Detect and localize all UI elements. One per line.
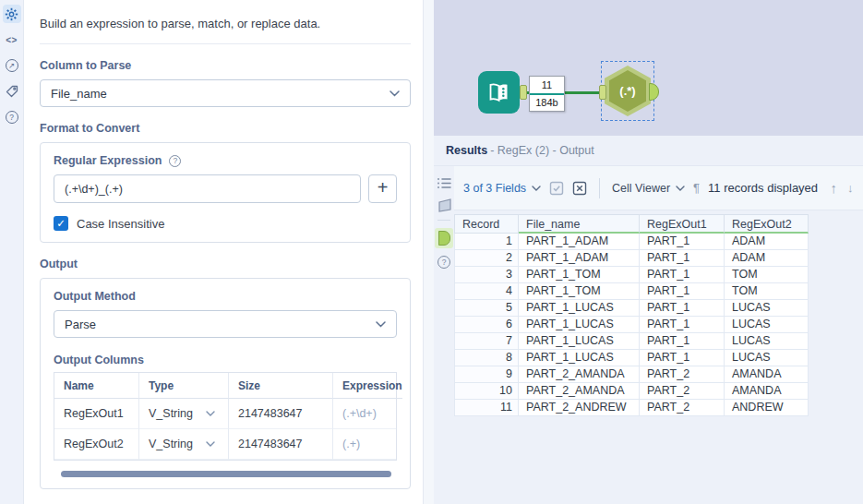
table-row[interactable]: 9 PART_2_AMANDA PART_2 AMANDA (454, 366, 809, 383)
regexout2-cell[interactable]: ADAM (725, 250, 809, 267)
results-title: Results - RegEx (2) - Output (434, 136, 863, 166)
regexout2-cell[interactable]: AMANDA (725, 383, 809, 400)
panel-splitter[interactable] (423, 0, 434, 504)
output-column-size[interactable]: 2147483647 (229, 429, 333, 460)
output-column-type-select[interactable]: V_String (139, 429, 229, 460)
regexout1-cell[interactable]: PART_1 (640, 333, 725, 350)
regex-tool-input-anchor[interactable] (599, 85, 606, 100)
regexout2-cell[interactable]: TOM (725, 283, 809, 300)
fields-dropdown[interactable]: 3 of 3 Fields (463, 182, 541, 195)
output-column-expression[interactable]: (.+) (333, 429, 396, 460)
file-name-cell[interactable]: PART_1_LUCAS (519, 350, 640, 366)
file-name-cell[interactable]: PART_1_ADAM (519, 234, 640, 250)
file-name-cell[interactable]: PART_1_LUCAS (519, 317, 640, 333)
cell-viewer-dropdown[interactable]: Cell Viewer (612, 182, 685, 195)
input-anchor-icon[interactable] (437, 198, 452, 212)
regexout2-cell[interactable]: ADAM (725, 234, 809, 250)
horizontal-scrollbar[interactable] (61, 471, 391, 477)
column-to-parse-select[interactable]: File_name (40, 79, 411, 107)
regexout2-cell[interactable]: LUCAS (725, 317, 809, 333)
regexout1-cell[interactable]: PART_2 (640, 366, 725, 383)
column-header-record[interactable]: Record (454, 214, 519, 234)
table-row[interactable]: 6 PART_1_LUCAS PART_1 LUCAS (454, 317, 809, 333)
record-cell[interactable]: 10 (454, 383, 519, 400)
file-name-cell[interactable]: PART_1_LUCAS (519, 333, 640, 350)
record-cell[interactable]: 6 (454, 317, 519, 333)
regexout2-cell[interactable]: ANDREW (725, 400, 809, 416)
output-anchor-icon[interactable] (435, 228, 453, 248)
scroll-up-icon[interactable]: ↑ (831, 180, 840, 196)
output-method-select[interactable]: Parse (54, 310, 397, 338)
column-header-regexout2[interactable]: RegExOut2 (725, 214, 809, 234)
file-name-cell[interactable]: PART_2_ANDREW (519, 400, 640, 416)
input-tool-output-anchor[interactable] (520, 85, 527, 100)
output-column-size[interactable]: 2147483647 (229, 399, 333, 429)
select-fields-icon[interactable] (549, 181, 564, 196)
file-name-cell[interactable]: PART_1_LUCAS (519, 300, 640, 317)
regexout1-cell[interactable]: PART_1 (640, 317, 725, 333)
run-circle-icon[interactable]: ↗ (3, 56, 21, 75)
regexout2-cell[interactable]: LUCAS (725, 333, 809, 350)
regex-tool-output-anchor[interactable] (649, 83, 659, 101)
scroll-down-icon[interactable]: ↓ (847, 181, 854, 195)
case-insensitive-checkbox[interactable]: ✓ (54, 216, 68, 231)
tag-icon[interactable] (3, 82, 21, 101)
table-row[interactable]: 2 PART_1_ADAM PART_1 ADAM (454, 250, 809, 267)
metadata-list-icon[interactable] (437, 176, 452, 190)
regexout1-cell[interactable]: PART_1 (640, 234, 725, 250)
regexout1-cell[interactable]: PART_1 (640, 283, 725, 300)
record-cell[interactable]: 2 (454, 250, 519, 267)
column-header-file-name[interactable]: File_name (519, 214, 640, 234)
record-cell[interactable]: 3 (454, 267, 519, 283)
regex-input[interactable]: (.+\d+)_(.+) (54, 174, 361, 203)
table-row[interactable]: 5 PART_1_LUCAS PART_1 LUCAS (454, 300, 809, 317)
record-cell[interactable]: 8 (454, 350, 519, 366)
file-name-cell[interactable]: PART_2_AMANDA (519, 366, 640, 383)
file-name-cell[interactable]: PART_1_TOM (519, 267, 640, 283)
regexout2-cell[interactable]: AMANDA (725, 366, 809, 383)
deselect-fields-icon[interactable] (572, 181, 587, 196)
record-cell[interactable]: 4 (454, 283, 519, 300)
file-name-cell[interactable]: PART_1_TOM (519, 283, 640, 300)
table-row[interactable]: 1 PART_1_ADAM PART_1 ADAM (454, 234, 809, 250)
table-row[interactable]: 10 PART_2_AMANDA PART_2 AMANDA (454, 383, 809, 400)
code-icon[interactable]: <> (3, 30, 21, 49)
regexout1-cell[interactable]: PART_1 (640, 250, 725, 267)
table-row[interactable]: 4 PART_1_TOM PART_1 TOM (454, 283, 809, 300)
whitespace-toggle-icon[interactable]: ¶ (693, 181, 700, 195)
help-icon[interactable]: ? (3, 108, 21, 126)
add-expression-button[interactable]: + (368, 174, 397, 203)
output-column-name[interactable]: RegExOut2 (54, 429, 139, 460)
regex-help-icon[interactable]: ? (169, 155, 181, 167)
output-column-name[interactable]: RegExOut1 (54, 399, 139, 429)
table-row[interactable]: 11 PART_2_ANDREW PART_2 ANDREW (454, 400, 809, 416)
records-displayed: 11 records displayed (708, 181, 818, 195)
regexout2-cell[interactable]: LUCAS (725, 350, 809, 366)
workflow-canvas[interactable]: 11 184b (.*) (434, 0, 863, 136)
record-cell[interactable]: 11 (454, 400, 519, 416)
output-column-expression[interactable]: (.+\d+) (333, 399, 396, 429)
regexout1-cell[interactable]: PART_1 (640, 350, 725, 366)
connection-annotation[interactable]: 11 184b (529, 76, 565, 112)
table-row[interactable]: 8 PART_1_LUCAS PART_1 LUCAS (454, 350, 809, 366)
table-row[interactable]: 7 PART_1_LUCAS PART_1 LUCAS (454, 333, 809, 350)
record-cell[interactable]: 9 (454, 366, 519, 383)
record-cell[interactable]: 1 (454, 234, 519, 250)
regexout2-cell[interactable]: TOM (725, 267, 809, 283)
record-cell[interactable]: 5 (454, 300, 519, 317)
table-row[interactable]: 3 PART_1_TOM PART_1 TOM (454, 267, 809, 283)
gear-icon[interactable] (3, 5, 21, 23)
results-grid-body: 1 PART_1_ADAM PART_1 ADAM 2 PART_1_ADAM … (454, 234, 809, 416)
file-name-cell[interactable]: PART_2_AMANDA (519, 383, 640, 400)
record-cell[interactable]: 7 (454, 333, 519, 350)
regexout1-cell[interactable]: PART_1 (640, 267, 725, 283)
regexout1-cell[interactable]: PART_2 (640, 400, 725, 416)
help-icon[interactable]: ? (437, 256, 450, 269)
output-column-type-select[interactable]: V_String (139, 399, 229, 429)
file-name-cell[interactable]: PART_1_ADAM (519, 250, 640, 267)
column-header-regexout1[interactable]: RegExOut1 (640, 214, 725, 234)
regexout2-cell[interactable]: LUCAS (725, 300, 809, 317)
regexout1-cell[interactable]: PART_1 (640, 300, 725, 317)
regexout1-cell[interactable]: PART_2 (640, 383, 725, 400)
input-data-tool[interactable] (478, 71, 520, 114)
